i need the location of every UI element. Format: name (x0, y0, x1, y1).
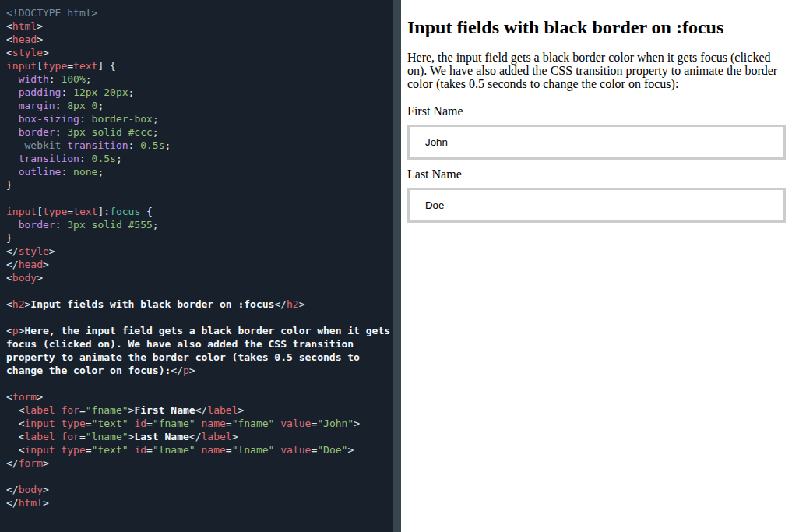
code-token: > (299, 298, 305, 310)
code-token: > (43, 497, 49, 509)
code-line: </html> (6, 496, 393, 509)
code-token: 3px solid #ccc (67, 126, 153, 138)
code-line: margin: 8px 0; (6, 99, 393, 112)
code-token (6, 153, 19, 164)
code-line: border: 3px solid #555; (6, 218, 393, 231)
last-name-input[interactable] (407, 188, 786, 223)
code-token: html (12, 20, 37, 32)
code-token: : (61, 86, 73, 98)
code-token: form (12, 391, 37, 403)
code-editor[interactable]: <!DOCTYPE html><html><head><style>input[… (0, 0, 393, 532)
code-token: body (12, 272, 37, 284)
code-token: < (6, 404, 24, 416)
code-line: border: 3px solid #ccc; (6, 125, 393, 139)
code-line: <html> (6, 19, 393, 33)
code-token: </ (171, 365, 183, 376)
code-token: text (73, 60, 97, 72)
code-token: < (6, 33, 12, 45)
code-line: <body> (6, 271, 393, 284)
first-name-label: First Name (407, 104, 463, 118)
code-token: { (140, 206, 153, 217)
code-token: > (43, 259, 49, 270)
code-token: < (6, 272, 12, 284)
code-token: [ (37, 60, 43, 72)
code-line: } (6, 231, 393, 245)
code-token: h2 (12, 298, 25, 310)
code-token: < (6, 20, 12, 32)
code-line: -webkit-transition: 0.5s; (6, 139, 393, 152)
code-line (6, 284, 393, 298)
code-token: ; (165, 139, 171, 151)
code-token: > (347, 444, 354, 456)
code-token: outline (19, 166, 62, 178)
code-token: : (79, 113, 92, 125)
code-token (6, 219, 19, 231)
code-line: <h2>Input fields with black border on :f… (6, 298, 393, 311)
code-token: = (79, 431, 86, 442)
code-token: p (183, 365, 189, 376)
code-line: width: 100%; (6, 72, 393, 86)
code-token: > (43, 47, 49, 58)
code-token: input (6, 60, 37, 72)
code-token (6, 166, 19, 178)
code-token: } (6, 232, 12, 244)
code-token: ; (153, 113, 159, 125)
code-token: [ (37, 206, 43, 217)
code-token: </ (274, 298, 287, 310)
code-token: > (37, 391, 43, 403)
code-token: style (12, 47, 43, 58)
code-token: < (6, 431, 24, 442)
code-token (195, 444, 202, 456)
code-token: > (238, 404, 244, 416)
code-token: : (79, 153, 92, 164)
pane-resizer[interactable] (393, 0, 401, 532)
code-line: } (6, 178, 393, 192)
code-token: = (146, 444, 153, 456)
code-token (6, 139, 19, 151)
code-token: transition (67, 139, 128, 151)
code-token: none (73, 166, 97, 178)
code-line (6, 377, 393, 390)
first-name-input[interactable] (407, 125, 786, 160)
code-token: form (19, 457, 43, 469)
code-line (6, 470, 393, 483)
code-token: = (86, 417, 92, 429)
code-token: "text" (92, 417, 128, 429)
code-token: label (202, 431, 232, 442)
result-paragraph: Here, the input field gets a black borde… (407, 51, 786, 90)
code-token: text (73, 206, 97, 217)
code-line: padding: 12px 20px; (6, 86, 393, 99)
code-token: ; (153, 219, 159, 231)
code-token: > (37, 33, 43, 45)
code-token: id (134, 444, 146, 456)
code-token: type (61, 444, 85, 456)
code-token (6, 113, 19, 125)
code-token: : (128, 139, 141, 151)
code-token: border (19, 219, 55, 231)
code-line (6, 192, 393, 205)
code-token (6, 73, 19, 85)
code-token: html (19, 497, 43, 509)
code-token: head (12, 33, 37, 45)
result-form: First Name Last Name (407, 103, 786, 223)
code-token: > (43, 484, 49, 495)
code-line: <form> (6, 390, 393, 403)
code-token: -webkit- (19, 139, 68, 151)
code-line: <label for="fname">First Name</label> (6, 403, 393, 417)
code-line: <!DOCTYPE html> (6, 6, 393, 19)
code-token: input (24, 444, 55, 456)
code-token: = (226, 417, 232, 429)
code-line: input[type=text]:focus { (6, 205, 393, 218)
code-token: ; (86, 73, 92, 85)
code-token: type (61, 417, 85, 429)
code-token: < (6, 298, 12, 310)
code-token: input (24, 417, 55, 429)
code-token: </ (6, 457, 19, 469)
code-line: <input type="text" id="lname" name="lnam… (6, 443, 393, 456)
code-token: Here, the input field gets a black borde… (24, 325, 390, 336)
code-token: Input fields with black border on :focus (30, 298, 274, 310)
code-token: input (6, 206, 37, 217)
code-token: : (61, 166, 73, 178)
code-token: focus (110, 206, 140, 217)
code-line: <head> (6, 33, 393, 46)
